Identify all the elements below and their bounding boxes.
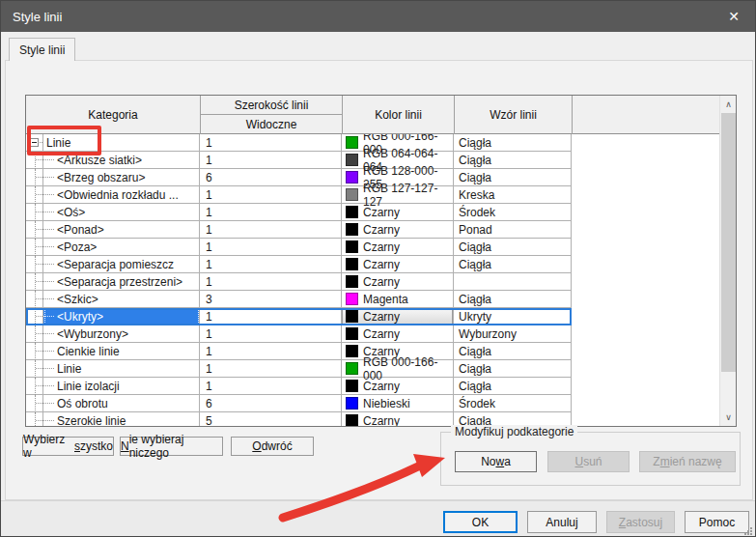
table-row[interactable]: Szerokie linie 5 Czarny Ciągła (26, 412, 572, 426)
category-cell[interactable]: <Brzeg obszaru> (43, 169, 200, 186)
line-color-cell[interactable]: Czarny (342, 204, 454, 221)
line-pattern-cell[interactable]: Ciągła (454, 412, 572, 426)
category-cell[interactable]: <Ponad> (43, 221, 200, 239)
category-cell[interactable]: <Separacja przestrzeni> (43, 273, 200, 291)
line-pattern-cell[interactable]: Kreska (454, 186, 572, 204)
table-row[interactable]: Oś obrotu 6 Niebieski Środek (26, 395, 572, 412)
ok-button[interactable]: OK (443, 511, 518, 533)
table-row[interactable]: Linie 1 RGB 000-166-000 Ciągła (26, 360, 572, 378)
table-row[interactable]: <Ukryty> 1 Czarny Ukryty (26, 308, 572, 325)
line-width-cell[interactable]: 1 (200, 152, 342, 169)
table-row[interactable]: Cienkie linie 1 Czarny Ciągła (26, 343, 572, 360)
header-visible[interactable]: Widoczne (200, 115, 342, 134)
tree-collapse-icon[interactable] (30, 138, 39, 147)
table-row[interactable]: <Obwiednia rozkładu ... 1 RGB 127-127-12… (26, 186, 572, 204)
line-width-cell[interactable]: 1 (200, 325, 342, 343)
line-color-cell[interactable]: Niebieski (342, 395, 454, 412)
line-width-cell[interactable]: 1 (200, 221, 342, 239)
line-pattern-cell[interactable]: Ciągła (454, 343, 572, 360)
line-width-cell[interactable]: 1 (200, 204, 342, 221)
line-color-cell[interactable]: Czarny (342, 221, 454, 239)
line-pattern-cell[interactable]: Ciągła (454, 169, 572, 186)
line-pattern-cell[interactable]: Wyburzony (454, 325, 572, 343)
line-color-cell[interactable]: RGB 127-127-127 (342, 186, 454, 204)
line-width-cell[interactable]: 3 (200, 291, 342, 308)
line-width-cell[interactable]: 1 (200, 378, 342, 395)
scroll-down-icon[interactable]: ∨ (720, 409, 737, 426)
category-cell[interactable]: Linie izolacji (43, 378, 200, 395)
select-none-button[interactable]: Nie wybieraj niczego (120, 437, 223, 456)
scroll-up-icon[interactable]: ∧ (720, 96, 737, 113)
close-icon[interactable]: ✕ (713, 1, 755, 32)
table-row[interactable]: <Separacja przestrzeni> 1 Czarny (26, 273, 572, 291)
category-cell[interactable]: Cienkie linie (43, 343, 200, 360)
header-line-pattern[interactable]: Wzór linii (454, 96, 572, 134)
line-pattern-cell[interactable]: Ukryty (454, 308, 572, 325)
line-color-cell[interactable]: Czarny (342, 273, 454, 291)
line-color-cell[interactable]: Czarny (342, 239, 454, 256)
delete-subcategory-button[interactable]: Usuń (547, 451, 630, 472)
line-pattern-cell[interactable]: Ciągła (454, 134, 572, 152)
line-color-cell[interactable]: Magenta (342, 291, 454, 308)
category-cell[interactable]: <Arkusze siatki> (43, 152, 200, 169)
line-color-cell[interactable]: Czarny (342, 412, 454, 426)
line-pattern-cell[interactable]: Ciągła (454, 239, 572, 256)
line-width-cell[interactable]: 1 (200, 343, 342, 360)
new-subcategory-button[interactable]: Nowa (455, 451, 537, 472)
header-line-color[interactable]: Kolor linii (342, 96, 454, 134)
line-pattern-cell[interactable] (454, 273, 572, 291)
rename-subcategory-button[interactable]: Zmień nazwę (639, 451, 736, 472)
line-width-cell[interactable]: 1 (200, 134, 342, 152)
line-width-cell[interactable]: 1 (200, 239, 342, 256)
line-width-cell[interactable]: 5 (200, 412, 342, 426)
line-pattern-cell[interactable]: Ciągła (454, 360, 572, 378)
category-cell[interactable]: <Oś> (43, 204, 200, 221)
category-cell[interactable]: <Ukryty> (43, 308, 200, 325)
line-color-cell[interactable]: RGB 000-166-000 (342, 360, 454, 378)
category-cell[interactable]: <Obwiednia rozkładu ... (43, 186, 200, 204)
line-color-cell[interactable]: Czarny (342, 325, 454, 343)
line-pattern-cell[interactable]: Środek (454, 395, 572, 412)
table-row[interactable]: <Ponad> 1 Czarny Ponad (26, 221, 572, 239)
select-all-button[interactable]: Wybierz wszystko (22, 437, 114, 456)
apply-button[interactable]: Zastosuj (606, 511, 675, 533)
line-width-cell[interactable]: 6 (200, 169, 342, 186)
line-color-cell[interactable]: Czarny (342, 308, 454, 325)
line-width-cell[interactable]: 6 (200, 395, 342, 412)
line-width-cell[interactable]: 1 (200, 273, 342, 291)
table-row[interactable]: <Oś> 1 Czarny Środek (26, 204, 572, 221)
line-pattern-cell[interactable]: Środek (454, 204, 572, 221)
line-color-cell[interactable]: Czarny (342, 378, 454, 395)
cancel-button[interactable]: Anuluj (527, 511, 597, 533)
invert-selection-button[interactable]: Odwróć (231, 437, 314, 456)
table-row[interactable]: <Szkic> 3 Magenta Ciągła (26, 291, 572, 308)
category-cell[interactable]: <Szkic> (43, 291, 200, 308)
table-row[interactable]: <Separacja pomieszcz 1 Czarny Ciągła (26, 256, 572, 273)
category-cell[interactable]: <Wyburzony> (43, 325, 200, 343)
header-category[interactable]: Kategoria (26, 96, 200, 134)
category-cell[interactable]: Oś obrotu (43, 395, 200, 412)
line-pattern-cell[interactable]: Ciągła (454, 378, 572, 395)
line-width-cell[interactable]: 1 (200, 360, 342, 378)
table-row[interactable]: <Poza> 1 Czarny Ciągła (26, 239, 572, 256)
line-pattern-cell[interactable]: Ponad (454, 221, 572, 239)
table-row[interactable]: <Wyburzony> 1 Czarny Wyburzony (26, 325, 572, 343)
category-cell[interactable]: Szerokie linie (43, 412, 200, 426)
table-row[interactable]: Linie izolacji 1 Czarny Ciągła (26, 378, 572, 395)
table-row[interactable]: <Arkusze siatki> 1 RGB 064-064-064 Ciągł… (26, 152, 572, 169)
help-button[interactable]: Pomoc (685, 511, 749, 533)
category-cell[interactable]: Linie (43, 360, 200, 378)
vertical-scrollbar[interactable]: ∧ ∨ (719, 96, 736, 426)
table-row[interactable]: Linie 1 RGB 000-166-000 Ciągła (26, 134, 572, 152)
line-width-cell[interactable]: 1 (200, 256, 342, 273)
line-pattern-cell[interactable]: Ciągła (454, 256, 572, 273)
category-cell[interactable]: <Poza> (43, 239, 200, 256)
category-cell[interactable]: Linie (43, 134, 200, 152)
line-width-cell[interactable]: 1 (200, 308, 342, 325)
scrollbar-thumb[interactable] (721, 113, 736, 372)
line-width-cell[interactable]: 1 (200, 186, 342, 204)
line-color-cell[interactable]: Czarny (342, 256, 454, 273)
tab-style-linii[interactable]: Style linii (9, 38, 75, 61)
resize-grip[interactable] (744, 527, 752, 535)
table-row[interactable]: <Brzeg obszaru> 6 RGB 128-000-255 Ciągła (26, 169, 572, 186)
